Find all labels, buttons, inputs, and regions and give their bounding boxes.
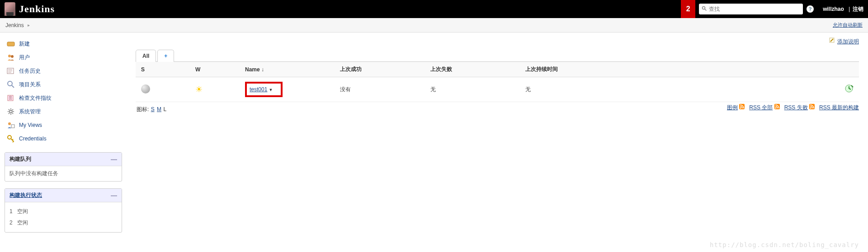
sidebar-item-label: 系统管理: [19, 108, 41, 116]
weather-sun-icon: ☀: [195, 85, 203, 94]
collapse-icon[interactable]: —: [111, 156, 117, 163]
svg-point-4: [11, 55, 14, 58]
col-weather[interactable]: W: [190, 62, 240, 77]
svg-point-12: [9, 110, 12, 113]
sidebar-item-label: 检查文件指纹: [19, 94, 52, 102]
schedule-build-icon[interactable]: [844, 87, 854, 94]
executor-row: 1 空闲: [9, 206, 117, 217]
gear-icon: [6, 107, 15, 116]
auto-refresh-link[interactable]: 允许自动刷新: [833, 22, 863, 28]
sidebar-item-credentials[interactable]: Credentials: [5, 132, 122, 145]
svg-point-19: [740, 107, 741, 109]
icon-size-selector: 图标: S M L: [136, 102, 167, 117]
svg-line-1: [705, 9, 707, 10]
sidebar-item-myviews[interactable]: My Views: [5, 118, 122, 132]
svg-point-23: [810, 107, 811, 109]
sidebar-item-label: 新建: [19, 40, 30, 48]
breadcrumb-root[interactable]: Jenkins: [5, 22, 24, 28]
help-icon[interactable]: ?: [807, 5, 814, 13]
sidebar: 新建 用户 任务历史 项目关系 检查文件指纹 系统管理: [0, 33, 127, 237]
tab-add[interactable]: +: [157, 50, 174, 62]
table-row: ☀ test001▼ 没有 无 无: [136, 77, 859, 102]
collapse-icon[interactable]: —: [111, 192, 117, 199]
svg-point-13: [8, 122, 11, 125]
build-queue-header: 构建队列 —: [5, 153, 122, 166]
rss-latest-link[interactable]: RSS 最新的构建: [819, 104, 859, 111]
cell-last-failure: 无: [425, 77, 520, 102]
divider: |: [849, 6, 850, 12]
credentials-icon: [6, 134, 15, 143]
add-description-link[interactable]: 添加说明: [837, 38, 859, 45]
svg-point-9: [8, 81, 12, 86]
rss-fail-link[interactable]: RSS 失败: [784, 104, 808, 111]
chevron-right-icon: ▸: [28, 23, 30, 28]
myviews-icon: [6, 121, 15, 130]
view-tabs: All +: [136, 49, 859, 62]
sidebar-item-fingerprint[interactable]: 检查文件指纹: [5, 91, 122, 105]
rss-icon: [739, 104, 745, 111]
build-queue-body: 队列中没有构建任务: [5, 166, 122, 181]
col-last-failure[interactable]: 上次失败: [425, 62, 520, 77]
new-icon: [6, 39, 15, 48]
top-header: Jenkins 2 ? willzhao | 注销: [0, 0, 868, 18]
logout-link[interactable]: 注销: [853, 5, 863, 13]
svg-line-10: [12, 85, 14, 88]
bottom-links: 图例 RSS 全部 RSS 失败 RSS 最新的构建: [723, 102, 859, 113]
build-queue-box: 构建队列 — 队列中没有构建任务: [5, 152, 122, 182]
notification-badge[interactable]: 2: [681, 0, 695, 18]
breadcrumb-bar: Jenkins ▸ 允许自动刷新: [0, 18, 868, 33]
executor-header: 构建执行状态 —: [5, 189, 122, 202]
executor-title[interactable]: 构建执行状态: [9, 191, 42, 199]
sidebar-item-relations[interactable]: 项目关系: [5, 78, 122, 91]
svg-rect-14: [11, 125, 14, 128]
job-name-highlight: test001▼: [245, 82, 283, 97]
sidebar-item-label: 用户: [19, 54, 30, 61]
dropdown-caret-icon[interactable]: ▼: [269, 88, 273, 92]
sidebar-item-people[interactable]: 用户: [5, 51, 122, 64]
edit-icon: [829, 38, 836, 45]
main-content: 添加说明 All + S W Name ↓ 上次成功 上次失败 上次持续时间: [127, 33, 868, 237]
rss-all-link[interactable]: RSS 全部: [749, 104, 773, 111]
status-ball-icon: [141, 84, 150, 93]
search-input[interactable]: [709, 6, 800, 12]
cell-last-success: 没有: [335, 77, 425, 102]
logo-text: Jenkins: [19, 3, 55, 15]
history-icon: [6, 66, 15, 75]
rss-icon: [774, 104, 780, 111]
sidebar-item-label: 项目关系: [19, 81, 41, 89]
executor-box: 构建执行状态 — 1 空闲 2 空闲: [5, 188, 122, 233]
search-relation-icon: [6, 80, 15, 89]
col-name[interactable]: Name ↓: [240, 62, 335, 77]
executor-row: 2 空闲: [9, 217, 117, 229]
col-last-duration[interactable]: 上次持续时间: [520, 62, 832, 77]
legend-link[interactable]: 图例: [727, 104, 738, 111]
svg-point-21: [775, 107, 776, 109]
col-status[interactable]: S: [136, 62, 190, 77]
fingerprint-icon: [6, 93, 15, 103]
icon-size-m[interactable]: M: [157, 106, 161, 112]
svg-point-15: [8, 135, 11, 139]
search-box[interactable]: [699, 4, 803, 14]
sidebar-item-new[interactable]: 新建: [5, 37, 122, 51]
logo-area[interactable]: Jenkins: [5, 2, 55, 16]
user-link[interactable]: willzhao: [823, 6, 844, 12]
svg-rect-2: [7, 42, 14, 46]
people-icon: [6, 53, 15, 62]
search-icon: [702, 6, 707, 13]
sidebar-item-manage[interactable]: 系统管理: [5, 105, 122, 118]
col-last-success[interactable]: 上次成功: [335, 62, 425, 77]
svg-point-3: [8, 55, 11, 57]
sidebar-item-label: My Views: [19, 122, 42, 128]
sidebar-item-label: Credentials: [19, 135, 47, 142]
rss-icon: [809, 104, 815, 111]
svg-point-0: [703, 6, 705, 9]
cell-last-duration: 无: [520, 77, 832, 102]
jenkins-logo-icon: [5, 2, 15, 16]
job-link[interactable]: test001: [250, 86, 267, 93]
sidebar-item-label: 任务历史: [19, 67, 41, 75]
build-queue-title: 构建队列: [9, 155, 31, 163]
icon-size-l: L: [163, 106, 166, 112]
tab-all[interactable]: All: [136, 50, 156, 62]
icon-size-s[interactable]: S: [151, 106, 155, 112]
sidebar-item-history[interactable]: 任务历史: [5, 64, 122, 78]
